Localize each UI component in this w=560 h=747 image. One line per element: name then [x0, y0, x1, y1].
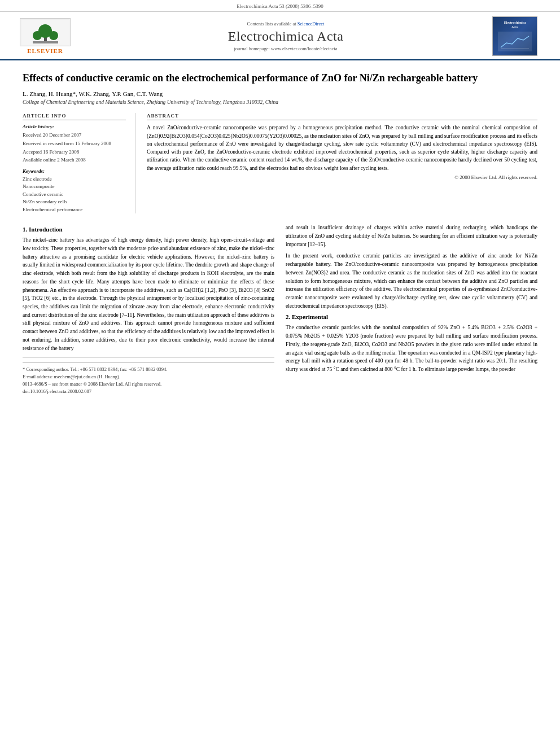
elsevier-logo-image	[20, 18, 71, 46]
abstract-col: ABSTRACT A novel ZnO/conductive-ceramic …	[147, 113, 537, 213]
journal-homepage: journal homepage: www.elsevier.com/locat…	[79, 46, 492, 51]
elsevier-logo: ELSEVIER	[11, 18, 79, 54]
experimental-heading: 2. Experimental	[286, 313, 537, 320]
article-authors: L. Zhang, H. Huang*, W.K. Zhang, Y.P. Ga…	[23, 90, 537, 97]
article-info-heading: ARTICLE INFO	[23, 113, 126, 120]
keyword-3: Conductive ceramic	[23, 191, 126, 199]
article-history-label: Article history:	[23, 124, 126, 129]
journal-header: ELSEVIER Contents lists available at Sci…	[0, 12, 560, 60]
intro-paragraph-2: and result in insufficient drainage of c…	[286, 224, 537, 248]
issn-line: 0013-4686/$ – see front matter © 2008 El…	[23, 381, 274, 388]
journal-title: Electrochimica Acta	[79, 29, 492, 44]
footnote-star: * Corresponding author. Tel.: +86 571 88…	[23, 366, 274, 373]
received-revised-date: Received in revised form 15 February 200…	[23, 140, 126, 147]
keyword-5: Electrochemical performance	[23, 206, 126, 214]
svg-rect-5	[33, 41, 58, 43]
keyword-1: Zinc electrode	[23, 176, 126, 184]
intro-heading: 1. Introduction	[23, 226, 274, 233]
elsevier-wordmark: ELSEVIER	[27, 47, 63, 54]
article-body: Effects of conductive ceramic on the ele…	[0, 60, 560, 406]
intro-paragraph-3: In the present work, conductive ceramic …	[286, 252, 537, 310]
received-date: Received 20 December 2007	[23, 132, 126, 139]
doi-line: doi:10.1016/j.electacta.2008.02.087	[23, 388, 274, 395]
main-columns: 1. Introduction The nickel–zinc battery …	[23, 224, 537, 395]
experimental-paragraph-1: The conductive ceramic particles with th…	[286, 324, 537, 373]
svg-point-3	[33, 31, 42, 40]
accepted-date: Accepted 16 February 2008	[23, 148, 126, 156]
column-divider	[23, 357, 274, 357]
available-date: Available online 2 March 2008	[23, 156, 126, 164]
article-info-abstract: ARTICLE INFO Article history: Received 2…	[23, 113, 537, 213]
journal-cover-thumbnail: ElectrochimicaActa	[492, 16, 537, 56]
keyword-4: Ni/Zn secondary cells	[23, 198, 126, 206]
article-info-col: ARTICLE INFO Article history: Received 2…	[23, 113, 135, 213]
keywords-label: Keywords:	[23, 168, 126, 174]
svg-point-4	[49, 31, 58, 40]
top-bar: Electrochimica Acta 53 (2008) 5386–5390	[0, 0, 560, 12]
main-col-right: and result in insufficient drainage of c…	[286, 224, 537, 395]
sciencedirect-line: Contents lists available at ScienceDirec…	[79, 21, 492, 27]
main-col-left: 1. Introduction The nickel–zinc battery …	[23, 224, 274, 395]
journal-title-area: Contents lists available at ScienceDirec…	[79, 21, 492, 51]
elsevier-logo-area: ELSEVIER	[11, 18, 79, 54]
keywords-list: Zinc electrode Nanocomposite Conductive …	[23, 176, 126, 214]
abstract-text: A novel ZnO/conductive-ceramic nanocompo…	[147, 124, 537, 172]
journal-citation: Electrochimica Acta 53 (2008) 5386–5390	[237, 3, 323, 9]
abstract-heading: ABSTRACT	[147, 113, 537, 120]
copyright-line: © 2008 Elsevier Ltd. All rights reserved…	[147, 174, 537, 180]
article-affiliation: College of Chemical Engineering and Mate…	[23, 99, 537, 105]
footnote-email: E-mail address: nsechem@zjut.edu.cn (H. …	[23, 373, 274, 381]
keyword-2: Nanocomposite	[23, 183, 126, 191]
footnote-area: * Corresponding author. Tel.: +86 571 88…	[23, 362, 274, 395]
article-title: Effects of conductive ceramic on the ele…	[23, 72, 537, 85]
page: Electrochimica Acta 53 (2008) 5386–5390	[0, 0, 560, 406]
journal-cover-area: ElectrochimicaActa	[492, 16, 549, 56]
intro-paragraph-1: The nickel–zinc battery has advantages o…	[23, 236, 274, 352]
sciencedirect-link[interactable]: ScienceDirect	[298, 21, 325, 27]
